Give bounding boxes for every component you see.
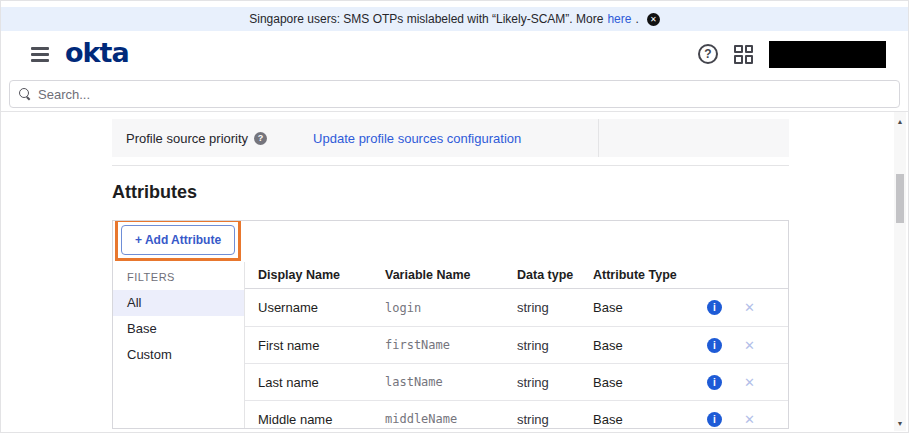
cell-data-type: string: [517, 375, 593, 390]
cell-attribute-type: Base: [593, 338, 703, 353]
cell-display-name: Middle name: [245, 412, 385, 427]
filters-title: FILTERS: [113, 262, 244, 290]
scroll-down-icon[interactable]: ▼: [894, 420, 906, 427]
row-actions: i ✕: [707, 375, 755, 390]
search-row: Search...: [1, 77, 908, 111]
banner-suffix: .: [635, 12, 638, 26]
header-display-name: Display Name: [245, 268, 385, 282]
cell-variable-name: lastName: [385, 375, 517, 389]
table-row-username: Username login string Base i ✕: [245, 289, 788, 326]
cell-data-type: string: [517, 338, 593, 353]
search-placeholder: Search...: [38, 87, 90, 102]
cell-display-name: Username: [245, 300, 385, 315]
cell-attribute-type: Base: [593, 300, 703, 315]
header-actions: ?: [698, 41, 886, 68]
remove-icon[interactable]: ✕: [744, 413, 755, 426]
attributes-heading: Attributes: [112, 182, 789, 203]
search-input[interactable]: Search...: [9, 80, 900, 108]
add-attribute-button[interactable]: + Add Attribute: [121, 225, 235, 255]
main-column: Profile source priority ? Update profile…: [112, 119, 789, 429]
app-header: okta ?: [1, 31, 908, 77]
vertical-scrollbar[interactable]: ▲ ▼: [894, 112, 906, 431]
table-row-last-name: Last name lastName string Base i ✕: [245, 363, 788, 400]
filter-item-custom[interactable]: Custom: [113, 342, 244, 368]
banner-here-link[interactable]: here: [607, 12, 631, 26]
banner-close-icon[interactable]: ✕: [647, 13, 660, 26]
okta-logo: okta: [65, 39, 129, 70]
table-header-row: Display Name Variable Name Data type Att…: [245, 262, 788, 289]
help-icon[interactable]: ?: [698, 44, 718, 64]
row-actions: i ✕: [707, 338, 755, 353]
header-attribute-type: Attribute Type: [593, 268, 703, 282]
filters-sidebar: FILTERS All Base Custom: [113, 262, 245, 429]
info-icon[interactable]: i: [707, 412, 722, 427]
cell-display-name: Last name: [245, 375, 385, 390]
cell-variable-name: middleName: [385, 412, 517, 426]
content-area: Profile source priority ? Update profile…: [1, 111, 908, 431]
cell-display-name: First name: [245, 338, 385, 353]
banner-wrap: Singapore users: SMS OTPs mislabeled wit…: [1, 1, 908, 31]
banner-text: Singapore users: SMS OTPs mislabeled wit…: [249, 12, 603, 26]
cell-data-type: string: [517, 300, 593, 315]
info-icon[interactable]: i: [707, 338, 722, 353]
profile-source-priority-row: Profile source priority ? Update profile…: [112, 119, 789, 157]
vertical-divider: [598, 119, 599, 157]
section-divider: [112, 165, 789, 166]
cell-variable-name: login: [385, 301, 517, 315]
header-variable-name: Variable Name: [385, 268, 517, 282]
okta-admin-window: Singapore users: SMS OTPs mislabeled wit…: [0, 0, 909, 433]
annotation-highlight-box: + Add Attribute: [115, 220, 241, 261]
remove-icon[interactable]: ✕: [744, 301, 755, 314]
cell-attribute-type: Base: [593, 412, 703, 427]
cell-variable-name: firstName: [385, 338, 517, 352]
attributes-table: Display Name Variable Name Data type Att…: [245, 262, 788, 429]
card-toolbar: + Add Attribute: [113, 221, 788, 262]
info-icon[interactable]: i: [707, 300, 722, 315]
profile-source-info-icon[interactable]: ?: [254, 132, 267, 145]
card-body: FILTERS All Base Custom Display Name Var…: [113, 262, 788, 429]
header-data-type: Data type: [517, 268, 593, 282]
cell-data-type: string: [517, 412, 593, 427]
row-actions: i ✕: [707, 412, 755, 427]
notification-banner: Singapore users: SMS OTPs mislabeled wit…: [1, 7, 908, 31]
filter-item-base[interactable]: Base: [113, 316, 244, 342]
apps-grid-icon[interactable]: [734, 45, 753, 64]
filter-item-all[interactable]: All: [113, 290, 244, 316]
attributes-card: + Add Attribute FILTERS All Base Custom …: [112, 220, 789, 429]
table-row-first-name: First name firstName string Base i ✕: [245, 326, 788, 363]
info-icon[interactable]: i: [707, 375, 722, 390]
remove-icon[interactable]: ✕: [744, 376, 755, 389]
redacted-account-info[interactable]: [769, 41, 886, 68]
profile-source-priority-label: Profile source priority: [126, 131, 248, 146]
search-icon: [19, 88, 31, 100]
remove-icon[interactable]: ✕: [744, 339, 755, 352]
scroll-up-icon[interactable]: ▲: [894, 118, 906, 125]
scrollbar-thumb[interactable]: [896, 174, 904, 223]
cell-attribute-type: Base: [593, 375, 703, 390]
row-actions: i ✕: [707, 300, 755, 315]
hamburger-menu-icon[interactable]: [31, 47, 49, 62]
table-row-middle-name: Middle name middleName string Base i ✕: [245, 400, 788, 429]
update-profile-sources-link[interactable]: Update profile sources configuration: [313, 131, 521, 146]
